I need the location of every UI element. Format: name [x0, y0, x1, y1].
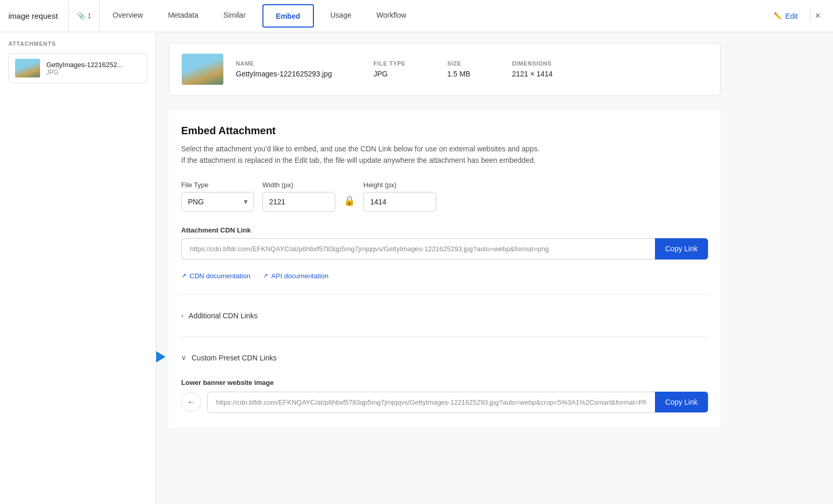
width-form-group: Width (px) — [262, 181, 335, 212]
close-button[interactable]: × — [810, 8, 825, 23]
chevron-right-icon: › — [181, 312, 183, 319]
file-type-label: FILE TYPE — [373, 60, 406, 67]
embed-description: Select the attachment you'd like to embe… — [181, 143, 708, 166]
top-navigation: image request 📎 1 Overview Metadata Simi… — [0, 0, 833, 32]
nav-tabs: Overview Metadata Similar Embed Usage Wo… — [100, 0, 761, 32]
embed-title: Embed Attachment — [181, 125, 708, 137]
file-type-value: JPG — [373, 70, 387, 78]
arrow-left-icon: ← — [187, 397, 195, 407]
sidebar: ATTACHMENTS GettyImages-12216252... JPG — [0, 32, 156, 504]
tab-embed[interactable]: Embed — [262, 4, 314, 28]
file-name-label: NAME — [236, 60, 332, 67]
tab-similar[interactable]: Similar — [211, 0, 258, 32]
height-label: Height (px) — [363, 181, 436, 189]
attachment-list-item[interactable]: GettyImages-12216252... JPG — [8, 53, 147, 83]
file-name-group: NAME GettyImages-1221625293.jpg — [236, 60, 332, 78]
sidebar-title: ATTACHMENTS — [8, 41, 147, 47]
divider-2 — [181, 337, 708, 337]
lower-banner-copy-link-button[interactable]: Copy Link — [655, 392, 708, 412]
external-link-icon-2: ↗ — [263, 272, 268, 279]
cdn-input-row: Copy Link — [181, 238, 708, 260]
custom-preset-wrapper: ∨ Custom Preset CDN Links Lower banner w… — [181, 345, 708, 413]
attachment-thumbnail — [15, 59, 40, 77]
arrow-annotation — [156, 351, 166, 363]
attachment-info: GettyImages-12216252... JPG — [46, 61, 123, 76]
file-type-form-group: File Type PNG JPG WEBP GIF ▼ — [181, 181, 254, 212]
cdn-documentation-link[interactable]: ↗ CDN documentation — [181, 272, 250, 280]
lower-banner-cdn-input[interactable] — [207, 392, 655, 413]
accordion-custom-preset: ∨ Custom Preset CDN Links — [181, 345, 708, 370]
embed-form-row: File Type PNG JPG WEBP GIF ▼ Wi — [181, 181, 708, 212]
nav-right: ✏️ Edit × — [761, 8, 825, 23]
additional-cdn-label: Additional CDN Links — [188, 312, 257, 320]
file-name-value: GettyImages-1221625293.jpg — [236, 70, 332, 78]
chevron-down-icon-2: ∨ — [181, 354, 186, 361]
arrow-head — [156, 351, 166, 363]
thumbnail-image — [15, 59, 40, 77]
file-preview-image — [182, 54, 223, 85]
tab-metadata[interactable]: Metadata — [156, 0, 211, 32]
file-size-label: SIZE — [447, 60, 470, 67]
custom-preset-header[interactable]: ∨ Custom Preset CDN Links — [181, 345, 708, 370]
back-button[interactable]: ← — [181, 392, 201, 412]
edit-button[interactable]: ✏️ Edit — [769, 12, 802, 20]
edit-label: Edit — [785, 12, 798, 20]
tab-overview[interactable]: Overview — [100, 0, 155, 32]
file-size-group: SIZE 1.5 MB — [447, 60, 470, 78]
height-form-group: Height (px) — [363, 181, 436, 212]
tab-usage[interactable]: Usage — [318, 0, 364, 32]
copy-link-button[interactable]: Copy Link — [655, 238, 708, 260]
width-label: Width (px) — [262, 181, 335, 189]
file-type-form-label: File Type — [181, 181, 254, 189]
main-layout: ATTACHMENTS GettyImages-12216252... JPG … — [0, 32, 833, 504]
height-input[interactable] — [363, 192, 436, 212]
additional-cdn-header[interactable]: › Additional CDN Links — [181, 303, 708, 328]
cdn-link-label: Attachment CDN Link — [181, 226, 708, 234]
edit-icon: ✏️ — [774, 12, 782, 20]
api-documentation-link[interactable]: ↗ API documentation — [263, 272, 329, 280]
file-info-card: NAME GettyImages-1221625293.jpg FILE TYP… — [169, 43, 721, 96]
attachment-icon: 📎 — [77, 12, 85, 20]
cdn-link-section: Attachment CDN Link Copy Link — [181, 226, 708, 260]
embed-section: Embed Attachment Select the attachment y… — [169, 110, 721, 428]
attachment-name: GettyImages-12216252... — [46, 61, 123, 69]
file-dimensions-value: 2121 × 1414 — [512, 70, 552, 78]
file-type-group: FILE TYPE JPG — [373, 60, 406, 78]
doc-links: ↗ CDN documentation ↗ API documentation — [181, 272, 708, 280]
lower-banner-input-row: ← Copy Link — [181, 392, 708, 413]
attachment-count-value: 1 — [87, 12, 91, 20]
lower-banner-section: Lower banner website image ← Copy Link — [181, 370, 708, 413]
attachment-count-section: 📎 1 — [68, 0, 100, 32]
attachment-type: JPG — [46, 69, 123, 76]
file-type-select[interactable]: PNG JPG WEBP GIF — [181, 192, 254, 212]
file-meta: NAME GettyImages-1221625293.jpg FILE TYP… — [236, 60, 708, 78]
divider — [181, 294, 708, 295]
file-size-value: 1.5 MB — [447, 70, 470, 78]
page-title: image request — [8, 11, 58, 20]
cdn-link-input[interactable] — [181, 238, 655, 260]
accordion-additional-cdn: › Additional CDN Links — [181, 303, 708, 328]
content-wrapper: NAME GettyImages-1221625293.jpg FILE TYP… — [169, 43, 721, 428]
file-type-select-wrapper: PNG JPG WEBP GIF ▼ — [181, 192, 254, 212]
lower-banner-label: Lower banner website image — [181, 379, 708, 386]
file-dimensions-label: DIMENSIONS — [512, 60, 552, 67]
file-dimensions-group: DIMENSIONS 2121 × 1414 — [512, 60, 552, 78]
lock-icon-container: 🔒 — [344, 195, 355, 212]
lock-icon: 🔒 — [344, 195, 355, 206]
custom-preset-label: Custom Preset CDN Links — [192, 354, 276, 362]
content-area: NAME GettyImages-1221625293.jpg FILE TYP… — [156, 32, 833, 504]
external-link-icon: ↗ — [181, 272, 186, 279]
tab-workflow[interactable]: Workflow — [364, 0, 419, 32]
width-input[interactable] — [262, 192, 335, 212]
